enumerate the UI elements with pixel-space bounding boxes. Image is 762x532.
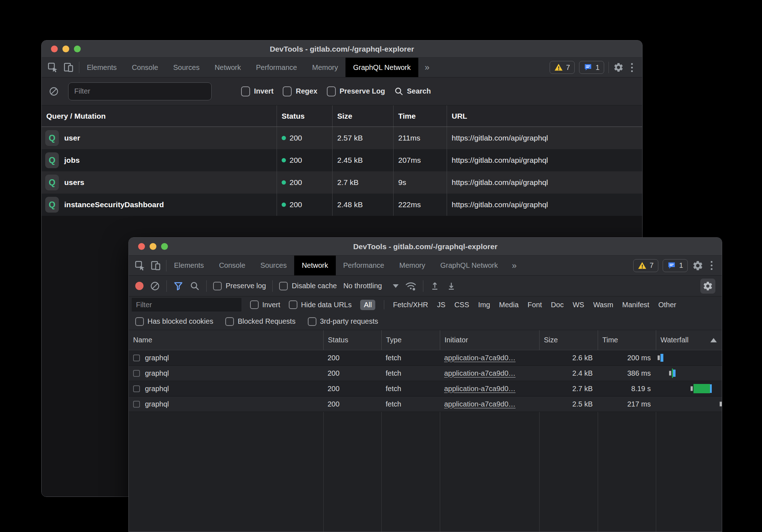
filter-input[interactable] bbox=[68, 82, 212, 100]
tab-console[interactable]: Console bbox=[124, 58, 165, 77]
table-row[interactable]: graphql 200 fetch application-a7ca9d0… 2… bbox=[129, 396, 722, 412]
tab-sources[interactable]: Sources bbox=[253, 256, 294, 275]
device-toolbar-icon[interactable] bbox=[63, 62, 74, 73]
preserve-log-checkbox[interactable] bbox=[213, 282, 222, 290]
column-header-size[interactable]: Size bbox=[539, 330, 598, 350]
row-checkbox[interactable] bbox=[133, 401, 140, 408]
tab-sources[interactable]: Sources bbox=[166, 58, 207, 77]
network-conditions-icon[interactable] bbox=[405, 280, 417, 292]
waterfall-cell bbox=[656, 381, 722, 396]
table-row[interactable]: Qjobs 200 2.45 kB 207ms https://gitlab.c… bbox=[42, 149, 642, 171]
zoom-button[interactable] bbox=[74, 46, 81, 52]
network-filter-input[interactable] bbox=[132, 298, 241, 312]
kebab-menu-icon[interactable] bbox=[628, 63, 636, 72]
tab-memory[interactable]: Memory bbox=[392, 256, 433, 275]
network-settings-gear-icon[interactable] bbox=[700, 279, 715, 294]
has-blocked-cookies-checkbox[interactable] bbox=[135, 317, 144, 326]
table-row[interactable]: graphql 200 fetch application-a7ca9d0… 2… bbox=[129, 366, 722, 381]
inspect-icon[interactable] bbox=[135, 260, 145, 271]
inspect-icon[interactable] bbox=[47, 62, 58, 73]
column-header-size[interactable]: Size bbox=[332, 105, 393, 127]
initiator-link[interactable]: application-a7ca9d0… bbox=[444, 385, 516, 393]
type-filter-ws[interactable]: WS bbox=[573, 301, 584, 309]
settings-gear-icon[interactable] bbox=[692, 260, 704, 271]
clear-icon[interactable] bbox=[49, 86, 59, 96]
tab-elements[interactable]: Elements bbox=[166, 256, 211, 275]
type-filter-img[interactable]: Img bbox=[478, 301, 490, 309]
tab-performance[interactable]: Performance bbox=[249, 58, 305, 77]
regex-checkbox[interactable] bbox=[283, 86, 292, 96]
warnings-badge[interactable]: 7 bbox=[633, 259, 658, 272]
table-row[interactable]: QinstanceSecurityDashboard 200 2.48 kB 2… bbox=[42, 194, 642, 216]
column-header-status[interactable]: Status bbox=[323, 330, 381, 350]
type-filter-js[interactable]: JS bbox=[437, 301, 445, 309]
initiator-link[interactable]: application-a7ca9d0… bbox=[444, 400, 516, 408]
type-filter-fetch-xhr[interactable]: Fetch/XHR bbox=[393, 301, 428, 309]
warnings-badge[interactable]: 7 bbox=[550, 61, 575, 74]
import-har-icon[interactable] bbox=[430, 281, 440, 291]
column-header-query-mutation[interactable]: Query / Mutation bbox=[42, 105, 277, 127]
third-party-requests-checkbox[interactable] bbox=[308, 317, 316, 326]
table-row[interactable]: graphql 200 fetch application-a7ca9d0… 2… bbox=[129, 381, 722, 396]
table-row[interactable]: Quser 200 2.57 kB 211ms https://gitlab.c… bbox=[42, 127, 642, 149]
type-filter-wasm[interactable]: Wasm bbox=[593, 301, 613, 309]
tab-elements[interactable]: Elements bbox=[79, 58, 124, 77]
clear-icon[interactable] bbox=[150, 281, 160, 291]
hide-data-urls-checkbox[interactable] bbox=[289, 300, 297, 309]
table-row[interactable]: graphql 200 fetch application-a7ca9d0… 2… bbox=[129, 350, 722, 366]
type-filter-media[interactable]: Media bbox=[499, 301, 518, 309]
minimize-button[interactable] bbox=[150, 243, 156, 250]
search-icon[interactable] bbox=[190, 281, 200, 291]
kebab-menu-icon[interactable] bbox=[708, 261, 715, 270]
type-filter-font[interactable]: Font bbox=[528, 301, 542, 309]
column-header-time[interactable]: Time bbox=[598, 330, 656, 350]
issues-badge[interactable]: 1 bbox=[579, 61, 604, 74]
column-header-name[interactable]: Name bbox=[129, 330, 323, 350]
disable-cache-checkbox[interactable] bbox=[279, 282, 288, 290]
column-header-status[interactable]: Status bbox=[277, 105, 332, 127]
type-filter-manifest[interactable]: Manifest bbox=[622, 301, 649, 309]
row-checkbox[interactable] bbox=[133, 385, 140, 392]
tab-network[interactable]: Network bbox=[294, 256, 335, 275]
row-checkbox[interactable] bbox=[133, 370, 140, 377]
record-button[interactable] bbox=[135, 282, 144, 290]
titlebar[interactable]: DevTools - gitlab.com/-/graphql-explorer bbox=[42, 41, 642, 58]
close-button[interactable] bbox=[138, 243, 145, 250]
issues-badge[interactable]: 1 bbox=[663, 259, 688, 272]
tab-console[interactable]: Console bbox=[211, 256, 253, 275]
type-filter-css[interactable]: CSS bbox=[455, 301, 469, 309]
invert-checkbox[interactable] bbox=[241, 86, 250, 96]
column-header-url[interactable]: URL bbox=[447, 105, 642, 127]
initiator-link[interactable]: application-a7ca9d0… bbox=[444, 354, 516, 362]
tab-network[interactable]: Network bbox=[207, 58, 248, 77]
type-filter-all[interactable]: All bbox=[360, 300, 375, 310]
filter-funnel-icon[interactable] bbox=[173, 281, 183, 291]
type-filter-doc[interactable]: Doc bbox=[551, 301, 564, 309]
table-row[interactable]: Qusers 200 2.7 kB 9s https://gitlab.com/… bbox=[42, 171, 642, 194]
tab-graphql-network[interactable]: GraphQL Network bbox=[433, 256, 505, 275]
tab-performance[interactable]: Performance bbox=[336, 256, 392, 275]
more-tabs-icon[interactable]: » bbox=[418, 58, 436, 77]
tab-memory[interactable]: Memory bbox=[305, 58, 345, 77]
invert-checkbox[interactable] bbox=[250, 300, 259, 309]
tab-graphql-network[interactable]: GraphQL Network bbox=[345, 58, 418, 77]
initiator-link[interactable]: application-a7ca9d0… bbox=[444, 369, 516, 377]
throttling-dropdown[interactable]: No throttling bbox=[343, 282, 399, 290]
zoom-button[interactable] bbox=[161, 243, 168, 250]
column-header-type[interactable]: Type bbox=[381, 330, 440, 350]
preserve-log-checkbox[interactable] bbox=[327, 86, 336, 96]
column-header-waterfall[interactable]: Waterfall bbox=[656, 330, 722, 350]
more-tabs-icon[interactable]: » bbox=[505, 256, 523, 275]
settings-gear-icon[interactable] bbox=[613, 62, 624, 73]
column-header-time[interactable]: Time bbox=[393, 105, 447, 127]
row-checkbox[interactable] bbox=[133, 355, 140, 361]
export-har-icon[interactable] bbox=[446, 281, 456, 291]
titlebar[interactable]: DevTools - gitlab.com/-/graphql-explorer bbox=[129, 238, 722, 256]
device-toolbar-icon[interactable] bbox=[150, 260, 161, 271]
close-button[interactable] bbox=[51, 46, 58, 52]
blocked-requests-checkbox[interactable] bbox=[225, 317, 234, 326]
minimize-button[interactable] bbox=[62, 46, 69, 52]
column-header-initiator[interactable]: Initiator bbox=[440, 330, 539, 350]
type-filter-other[interactable]: Other bbox=[658, 301, 676, 309]
search-group[interactable]: Search bbox=[394, 87, 431, 96]
